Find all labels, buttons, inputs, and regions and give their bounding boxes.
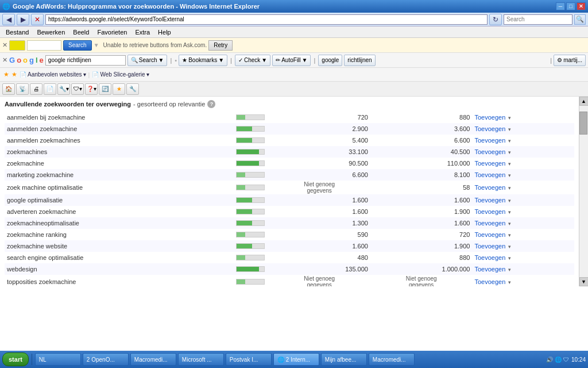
- stop-button[interactable]: ✕: [31, 14, 44, 25]
- toevoegen-link[interactable]: Toevoegen: [474, 208, 505, 215]
- action-cell: Toevoegen ▾: [472, 275, 574, 286]
- refresh-button[interactable]: ↻: [489, 14, 502, 25]
- check-button[interactable]: ✓ Check ▼: [235, 55, 270, 66]
- google-logo-l: l: [36, 56, 38, 64]
- menu-bewerken[interactable]: Bewerken: [33, 28, 68, 37]
- address-input[interactable]: [45, 14, 488, 25]
- keyword-cell: zoekmachines: [5, 146, 234, 158]
- toevoegen-link[interactable]: Toevoegen: [474, 171, 505, 178]
- menu-help[interactable]: Help: [154, 28, 175, 37]
- compat-button[interactable]: 🔄: [99, 83, 111, 95]
- toevoegen-link[interactable]: Toevoegen: [474, 220, 505, 227]
- taskbar-afbeelding[interactable]: Mijn afbee...: [321, 353, 367, 366]
- richtlijnen-button[interactable]: richtlijnen: [344, 55, 375, 66]
- toevoegen-link[interactable]: Toevoegen: [474, 160, 505, 167]
- print-button[interactable]: 🖨: [30, 83, 42, 95]
- separator: •: [175, 57, 177, 64]
- close-google-button[interactable]: ✕: [2, 56, 7, 64]
- tools-btn2[interactable]: 🔧: [126, 83, 139, 95]
- taskbar-postvak[interactable]: Postvak I...: [226, 353, 272, 366]
- bookmarks-button[interactable]: ★ Bookmarks ▼: [179, 55, 227, 66]
- forward-button[interactable]: ▶: [17, 14, 29, 25]
- bar-fill: [237, 209, 252, 214]
- bar-fill: [237, 126, 252, 131]
- ask-search-button[interactable]: Search: [63, 40, 92, 51]
- safety-button[interactable]: 🛡▾: [71, 83, 84, 95]
- keyword-cell: aanmelden zoekmachines: [5, 135, 234, 146]
- retry-button[interactable]: Retry: [208, 40, 233, 51]
- toevoegen-link[interactable]: Toevoegen: [474, 243, 505, 250]
- google-link-button[interactable]: google: [318, 55, 342, 66]
- action-cell: Toevoegen ▾: [472, 146, 574, 158]
- menu-extra[interactable]: Extra: [131, 28, 153, 37]
- google-settings-button[interactable]: ⚙ martij...: [554, 55, 586, 66]
- ie-search-input[interactable]: [504, 14, 572, 25]
- action-cell: Toevoegen ▾: [472, 123, 574, 135]
- home-button[interactable]: 🏠: [2, 83, 15, 95]
- toevoegen-link[interactable]: Toevoegen: [474, 125, 505, 132]
- help-btn[interactable]: ❓▾: [85, 83, 98, 95]
- taskbar-internet[interactable]: 🌐 2 Intern...: [273, 353, 319, 366]
- menu-bar: Bestand Bewerken Beeld Favorieten Extra …: [0, 26, 588, 38]
- title-bar: 🌐 Google AdWords: Hulpprogramma voor zoe…: [0, 0, 588, 13]
- taskbar-openoffice-label: 2 OpenO...: [87, 356, 115, 363]
- bar-fill: [237, 115, 245, 120]
- window-title: Google AdWords: Hulpprogramma voor zoekw…: [13, 3, 260, 10]
- scrollbar[interactable]: ▲ ▼: [579, 97, 588, 286]
- bar-fill: [237, 232, 245, 237]
- action-cell: Toevoegen ▾: [472, 240, 574, 252]
- menu-beeld[interactable]: Beeld: [69, 28, 92, 37]
- fav-aanbevolen[interactable]: 📄 Aanbevolen websites ▾: [20, 71, 86, 78]
- toevoegen-link[interactable]: Toevoegen: [474, 114, 505, 121]
- google-search-button[interactable]: 🔍 Search ▼: [127, 55, 168, 66]
- google-search-input[interactable]: [45, 55, 126, 66]
- fav-webslice[interactable]: 📄 Web Slice-galerie ▾: [92, 71, 149, 78]
- autofill-button[interactable]: ✏ AutoFill ▼: [272, 55, 311, 66]
- monthly1-cell: 90.500: [268, 158, 370, 169]
- toevoegen-link[interactable]: Toevoegen: [474, 148, 505, 155]
- taskbar-nl[interactable]: NL: [35, 353, 81, 366]
- monthly1-cell: 135.000: [268, 263, 370, 275]
- keyword-cell: zoekmachine ranking: [5, 229, 234, 240]
- bar-cell: [234, 275, 268, 286]
- toevoegen-link[interactable]: Toevoegen: [474, 197, 505, 204]
- section-subtitle: - gesorteerd op relevantie: [133, 101, 205, 108]
- scroll-down-button[interactable]: ▼: [579, 277, 589, 286]
- toevoegen-link[interactable]: Toevoegen: [474, 231, 505, 238]
- taskbar-microsoft[interactable]: Microsoft ...: [178, 353, 224, 366]
- taskbar-openoffice[interactable]: 2 OpenO...: [83, 353, 129, 366]
- chevron-down-icon2: ▾: [146, 71, 149, 78]
- star-button[interactable]: ★: [113, 83, 125, 95]
- scroll-thumb[interactable]: [579, 112, 587, 135]
- minimize-button[interactable]: ─: [556, 2, 565, 10]
- close-ask-button[interactable]: ✕: [2, 41, 7, 49]
- maximize-button[interactable]: □: [566, 2, 575, 10]
- toevoegen-chevron: ▾: [508, 185, 511, 191]
- monthly1-cell: 1.600: [268, 206, 370, 217]
- taskbar-postvak-label: Postvak I...: [230, 356, 258, 363]
- scroll-track[interactable]: [579, 106, 588, 277]
- back-button[interactable]: ◀: [2, 14, 15, 25]
- taskbar-macromedi2[interactable]: Macromedi...: [369, 353, 415, 366]
- ask-search-input[interactable]: [27, 40, 61, 51]
- toevoegen-link[interactable]: Toevoegen: [474, 278, 505, 285]
- tools-dropdown[interactable]: 🔧▾: [57, 83, 70, 95]
- menu-bestand[interactable]: Bestand: [2, 28, 32, 37]
- menu-favorieten[interactable]: Favorieten: [94, 28, 130, 37]
- info-icon[interactable]: ?: [207, 100, 215, 108]
- toevoegen-link[interactable]: Toevoegen: [474, 184, 505, 191]
- table-row: topposities zoekmachine Niet genoeggegev…: [5, 275, 574, 286]
- page-button[interactable]: 📄: [44, 83, 56, 95]
- bar-cell: [234, 252, 268, 263]
- google-logo-g: g: [29, 56, 34, 64]
- start-button[interactable]: start: [2, 352, 29, 366]
- taskbar-macromedi1[interactable]: Macromedi...: [130, 353, 176, 366]
- ie-search-button[interactable]: 🔍: [574, 14, 586, 25]
- toevoegen-link[interactable]: Toevoegen: [474, 266, 505, 273]
- relevance-bar: [236, 137, 265, 143]
- scroll-up-button[interactable]: ▲: [579, 97, 589, 106]
- toevoegen-link[interactable]: Toevoegen: [474, 254, 505, 261]
- toevoegen-link[interactable]: Toevoegen: [474, 137, 505, 144]
- rss-button[interactable]: 📡: [16, 83, 29, 95]
- close-button[interactable]: ✕: [577, 2, 586, 10]
